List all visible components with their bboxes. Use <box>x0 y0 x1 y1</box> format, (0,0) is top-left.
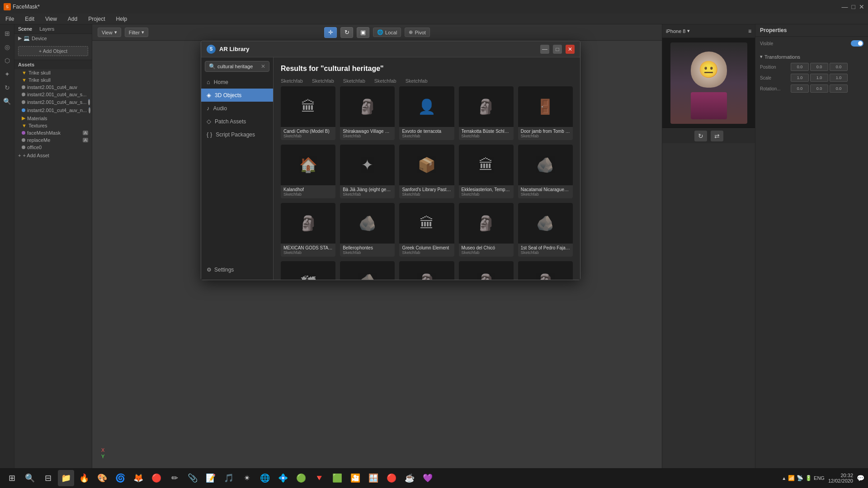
grid-item-10[interactable]: 🗿MEXICAN GODS STATUINE ...Sketchfab <box>281 203 335 257</box>
notification-button[interactable]: 💬 <box>857 474 864 482</box>
local-button[interactable]: 🌐 Local <box>373 28 401 37</box>
grid-item-4[interactable]: 🚪Door jamb from Tomb of K...Sketchfab <box>518 86 573 140</box>
asset-office0[interactable]: office0 <box>14 144 92 151</box>
taskbar-gravity[interactable]: 🔻 <box>311 470 327 486</box>
grid-item-12[interactable]: 🏛Greek Column ElementSketchfab <box>399 203 454 257</box>
grid-item-8[interactable]: 🏛Ekklesiasterion, Temple of I...Sketchfa… <box>459 145 514 198</box>
grid-item-5[interactable]: 🏠KalandhofSketchfab <box>281 145 335 198</box>
grid-item-2[interactable]: 👤Exvoto de terracotaSketchfab <box>399 86 454 140</box>
asset-replace-me[interactable]: replaceMe A <box>14 136 92 144</box>
menu-project[interactable]: Project <box>86 15 107 23</box>
taskbar-clip[interactable]: 📎 <box>184 470 201 486</box>
nav-script-packages[interactable]: { } Script Packages <box>201 128 273 141</box>
scale-y-input[interactable] <box>810 74 828 82</box>
icon-layers[interactable]: ⊞ <box>2 28 13 39</box>
taskbar-blender[interactable]: 🔥 <box>76 470 92 486</box>
asset-instant1[interactable]: ● instant2.001_cut4_auv <box>14 84 92 91</box>
taskbar-word[interactable]: 📝 <box>203 470 219 486</box>
close-button[interactable]: ✕ <box>859 3 864 10</box>
grid-item-19[interactable]: 🗿Face SphinxSketchfab <box>518 261 573 280</box>
menu-view[interactable]: View <box>43 15 59 23</box>
asset-trike-skull-2[interactable]: ▼ Trike skull <box>14 76 92 84</box>
add-asset-button[interactable]: + + Add Asset <box>14 151 92 160</box>
taskbar-chrome[interactable]: 🌀 <box>112 470 128 486</box>
taskbar-browser2[interactable]: 🪟 <box>365 470 382 486</box>
grid-item-0[interactable]: 🏛Candi Cetho (Model B)Sketchfab <box>281 86 335 140</box>
lang-label[interactable]: ENG <box>814 475 825 481</box>
grid-item-14[interactable]: 🪨1st Seal of Pedro Fajardo-C...Sketchfab <box>518 203 573 257</box>
grid-item-16[interactable]: 🪨VertriebensteinSketchfab <box>340 261 395 280</box>
modal-search[interactable]: 🔍 ✕ <box>205 61 269 72</box>
visible-toggle[interactable] <box>851 40 863 47</box>
rotation-z-input[interactable] <box>830 84 848 93</box>
rotation-x-input[interactable] <box>791 84 809 93</box>
modal-minimize-button[interactable]: — <box>540 45 549 54</box>
scene-tab[interactable]: Scene <box>18 26 32 32</box>
clear-search-icon[interactable]: ✕ <box>261 63 265 70</box>
scale-x-input[interactable] <box>791 74 809 82</box>
asset-instant2[interactable]: ● instant2.001_cut4_auv_s... <box>14 91 92 98</box>
view-button[interactable]: View ▾ <box>98 28 121 37</box>
icon-animation[interactable]: ↻ <box>2 82 13 93</box>
device-select-button[interactable]: iPhone 8 ▾ <box>666 28 690 34</box>
grid-item-15[interactable]: 🗺KY River Lock & Dam No.1...Sketchfab <box>281 261 335 280</box>
grid-item-13[interactable]: 🗿Museo del ChicóSketchfab <box>459 203 514 257</box>
icon-search[interactable]: 🔍 <box>2 96 13 107</box>
menu-help[interactable]: Help <box>114 15 129 23</box>
taskbar-search[interactable]: 🔍 <box>22 470 38 486</box>
preview-flip-button[interactable]: ⇄ <box>711 131 723 141</box>
taskbar-java[interactable]: ☕ <box>401 470 418 486</box>
taskbar-opera[interactable]: 🔴 <box>148 470 165 486</box>
layers-tab[interactable]: Layers <box>39 26 54 32</box>
asset-face-mesh[interactable]: faceMeshMask A <box>14 129 92 136</box>
taskbar-music[interactable]: 🎵 <box>221 470 237 486</box>
device-tree-item[interactable]: ▶ 💻 Device <box>14 34 92 42</box>
grid-item-11[interactable]: 🪨BellerophontesSketchfab <box>340 203 395 257</box>
icon-scene[interactable]: ◎ <box>2 42 13 52</box>
start-button[interactable]: ⊞ <box>4 470 20 486</box>
nav-3d-objects[interactable]: ◈ 3D Objects <box>201 89 273 102</box>
taskbar-spotify[interactable]: 🟢 <box>293 470 309 486</box>
taskbar-task-view[interactable]: ⊟ <box>40 470 56 486</box>
wifi-icon[interactable]: 📡 <box>797 475 803 481</box>
grid-item-17[interactable]: 🗿Alto DignatarioSketchfab <box>399 261 454 280</box>
taskbar-spark2[interactable]: 💠 <box>275 470 291 486</box>
battery-icon[interactable]: 🔋 <box>805 475 812 481</box>
menu-edit[interactable]: Edit <box>23 15 36 23</box>
taskbar-vpn[interactable]: 🔴 <box>383 470 400 486</box>
nav-patch-assets[interactable]: ◇ Patch Assets <box>201 115 273 128</box>
asset-textures[interactable]: ▼ Textures <box>14 122 92 129</box>
asset-trike-skull-1[interactable]: ▼ Trike skull <box>14 69 92 76</box>
settings-button[interactable]: ⚙ Settings <box>201 263 273 276</box>
asset-instant4[interactable]: instant2.001_cut4_auv_n... <box>14 106 92 114</box>
taskbar-snap[interactable]: 💜 <box>420 470 436 486</box>
icon-objects[interactable]: ⬡ <box>2 55 13 66</box>
position-x-input[interactable] <box>791 63 809 71</box>
taskbar-project[interactable]: 🟩 <box>329 470 345 486</box>
position-z-input[interactable] <box>830 63 848 71</box>
menu-add[interactable]: Add <box>66 15 79 23</box>
maximize-button[interactable]: □ <box>852 3 855 10</box>
taskbar-firefox[interactable]: 🦊 <box>130 470 146 486</box>
add-object-button[interactable]: + Add Object <box>18 46 88 56</box>
icon-effects[interactable]: ✦ <box>2 69 13 80</box>
taskbar-zoom[interactable]: 🎦 <box>347 470 363 486</box>
crosshair-button[interactable]: ✛ <box>324 27 337 38</box>
taskbar-sparkle[interactable]: ✴ <box>239 470 255 486</box>
pivot-button[interactable]: ⊕ Pivot <box>405 28 429 37</box>
up-arrow-icon[interactable]: ▲ <box>782 476 786 481</box>
grid-item-6[interactable]: ✦Bà Jiā Jiàng (eight general...)Sketchfa… <box>340 145 395 198</box>
minimize-button[interactable]: — <box>842 3 848 10</box>
nav-audio[interactable]: ♪ Audio <box>201 102 273 115</box>
screen-button[interactable]: ▣ <box>357 27 369 38</box>
preview-refresh-button[interactable]: ↻ <box>694 131 707 141</box>
menu-file[interactable]: File <box>4 15 16 23</box>
scale-z-input[interactable] <box>830 74 848 82</box>
taskbar-color[interactable]: 🎨 <box>94 470 110 486</box>
modal-close-button[interactable]: ✕ <box>566 45 575 54</box>
taskbar-photoshop[interactable]: ✏ <box>166 470 183 486</box>
grid-item-7[interactable]: 📦Sanford's Library Paste JarSketchfab <box>399 145 454 198</box>
taskbar-globe[interactable]: 🌐 <box>257 470 273 486</box>
asset-materials[interactable]: ▶ Materials <box>14 114 92 122</box>
modal-maximize-button[interactable]: □ <box>553 45 562 54</box>
